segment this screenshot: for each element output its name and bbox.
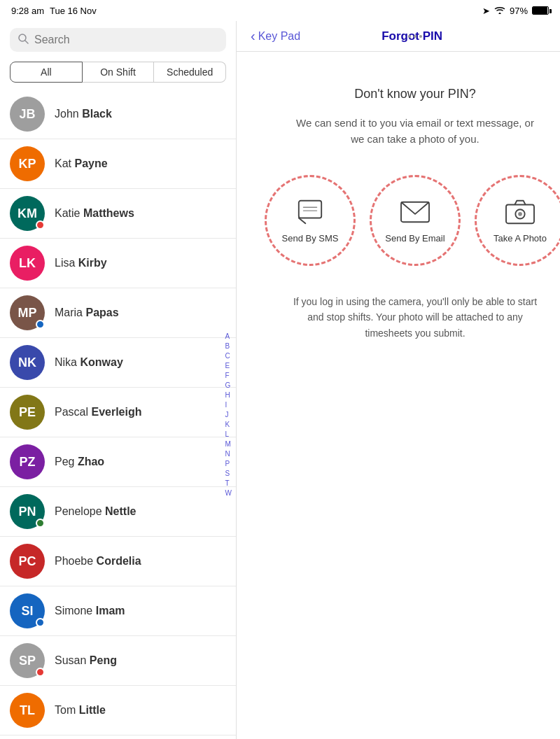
wifi-icon bbox=[494, 6, 505, 16]
camera-icon bbox=[503, 198, 538, 226]
email-icon bbox=[398, 198, 433, 226]
sms-icon bbox=[293, 198, 328, 226]
list-item[interactable]: LKLisa Kirby bbox=[0, 239, 236, 288]
contact-name: Penelope Nettle bbox=[55, 505, 136, 518]
photo-label: Take A Photo bbox=[493, 233, 547, 244]
send-by-sms-button[interactable]: Send By SMS bbox=[265, 175, 356, 266]
alpha-letter[interactable]: N bbox=[224, 449, 233, 458]
status-bar: 9:28 am Tue 16 Nov ➤ 97% bbox=[0, 0, 560, 21]
take-photo-button[interactable]: Take A Photo bbox=[475, 175, 560, 266]
email-label: Send By Email bbox=[385, 233, 444, 244]
alpha-letter[interactable]: F bbox=[224, 371, 233, 380]
contact-name: Simone Imam bbox=[55, 605, 125, 617]
contacts-list: JBJohn BlackKPKat PayneKMKatie MatthewsL… bbox=[0, 90, 236, 739]
contact-name: Susan Peng bbox=[55, 654, 117, 667]
svg-rect-2 bbox=[299, 200, 321, 218]
contact-name: Lisa Kirby bbox=[55, 257, 107, 269]
alpha-letter[interactable]: L bbox=[224, 430, 233, 439]
list-item[interactable]: NKNika Konway bbox=[0, 338, 236, 388]
contact-name: Tom Little bbox=[55, 704, 106, 717]
alpha-letter[interactable]: P bbox=[224, 459, 233, 468]
list-item[interactable]: SISimone Imam bbox=[0, 586, 236, 636]
date: Tue 16 Nov bbox=[50, 6, 97, 16]
contact-name: Pascal Everleigh bbox=[55, 406, 142, 418]
alpha-letter[interactable]: E bbox=[224, 361, 233, 370]
back-label: Key Pad bbox=[258, 30, 300, 43]
list-item[interactable]: KMKatie Matthews bbox=[0, 189, 236, 239]
alpha-letter[interactable]: H bbox=[224, 390, 233, 400]
list-item[interactable]: TLTom Little bbox=[0, 686, 236, 736]
contact-name: Peg Zhao bbox=[55, 456, 104, 468]
contact-name: Phoebe Cordelia bbox=[55, 555, 141, 568]
filter-tabs: All On Shift Scheduled bbox=[0, 59, 236, 90]
svg-line-3 bbox=[299, 218, 306, 223]
right-content: Don't know your PIN? We can send it to y… bbox=[237, 52, 560, 739]
list-item[interactable]: MPMaria Papas bbox=[0, 288, 236, 338]
search-input[interactable] bbox=[34, 34, 218, 46]
svg-line-1 bbox=[25, 41, 28, 43]
alpha-letter[interactable]: M bbox=[224, 439, 233, 449]
search-container bbox=[0, 21, 236, 59]
camera-note: If you log in using the camera, you'll o… bbox=[289, 294, 541, 341]
alpha-letter[interactable]: C bbox=[224, 351, 233, 360]
alpha-letter[interactable]: T bbox=[224, 479, 233, 488]
svg-point-9 bbox=[518, 212, 522, 216]
list-item[interactable]: JBJohn Black bbox=[0, 90, 236, 139]
back-chevron-icon: ‹ bbox=[251, 28, 255, 44]
contact-name: Katie Matthews bbox=[55, 207, 134, 220]
alpha-letter[interactable]: G bbox=[224, 381, 233, 390]
list-item[interactable]: KPKat Payne bbox=[0, 139, 236, 189]
alpha-letter[interactable]: W bbox=[224, 488, 233, 498]
alpha-letter[interactable]: I bbox=[224, 400, 233, 409]
alpha-letter[interactable]: J bbox=[224, 410, 233, 419]
list-item[interactable]: PCPhoebe Cordelia bbox=[0, 537, 236, 586]
alpha-letter[interactable]: S bbox=[224, 469, 233, 478]
back-button[interactable]: ‹ Key Pad bbox=[251, 28, 300, 44]
contact-name: Kat Payne bbox=[55, 157, 108, 170]
alpha-letter[interactable]: A bbox=[224, 332, 233, 341]
alpha-letter[interactable]: K bbox=[224, 420, 233, 429]
sms-label: Send By SMS bbox=[282, 233, 339, 244]
time: 9:28 am bbox=[11, 6, 44, 16]
left-panel: All On Shift Scheduled JBJohn BlackKPKat… bbox=[0, 21, 237, 739]
contact-name: Nika Konway bbox=[55, 356, 123, 369]
contact-name: Maria Papas bbox=[55, 307, 119, 319]
list-item[interactable]: PEPascal Everleigh bbox=[0, 388, 236, 437]
alpha-letter[interactable]: B bbox=[224, 342, 233, 351]
tab-on-shift[interactable]: On Shift bbox=[83, 62, 155, 83]
right-header: ‹ Key Pad Forgot PIN bbox=[237, 21, 560, 52]
tab-scheduled[interactable]: Scheduled bbox=[154, 62, 226, 83]
list-item[interactable]: PNPenelope Nettle bbox=[0, 487, 236, 537]
description-text: We can send it to you via email or text … bbox=[296, 115, 534, 147]
tab-all[interactable]: All bbox=[10, 62, 83, 83]
battery-percentage: 97% bbox=[510, 6, 528, 16]
three-dots bbox=[408, 35, 422, 38]
alphabet-index: ABCEFGHIJKLMNPSTW bbox=[224, 90, 233, 739]
options-row: Send By SMS Send By Email bbox=[265, 175, 560, 266]
location-icon: ➤ bbox=[482, 6, 490, 16]
dont-know-text: Don't know your PIN? bbox=[354, 87, 476, 101]
list-item[interactable]: SPSusan Peng bbox=[0, 636, 236, 686]
search-icon bbox=[18, 34, 29, 46]
contact-name: John Black bbox=[55, 108, 112, 120]
battery-icon bbox=[532, 6, 549, 15]
right-panel: ‹ Key Pad Forgot PIN Don't know your PIN… bbox=[237, 21, 560, 739]
send-by-email-button[interactable]: Send By Email bbox=[370, 175, 461, 266]
list-item[interactable]: PZPeg Zhao bbox=[0, 437, 236, 487]
search-bar bbox=[10, 28, 226, 52]
